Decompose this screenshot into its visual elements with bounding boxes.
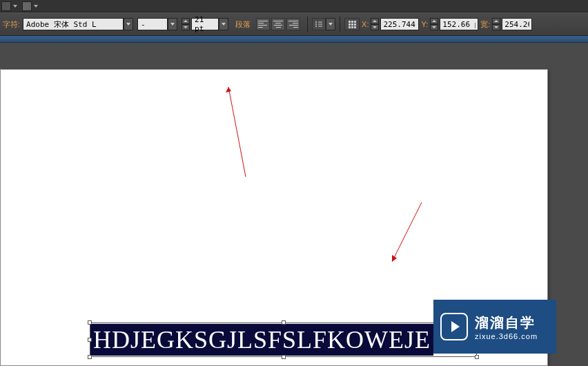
arrange-icon[interactable]	[22, 1, 32, 11]
play-icon	[440, 313, 468, 340]
svg-point-2	[315, 23, 317, 25]
w-down[interactable]	[492, 24, 500, 30]
reference-point-grid[interactable]	[344, 18, 360, 30]
tab-strip	[0, 0, 588, 12]
divider-2	[340, 17, 340, 32]
view-mode-dropdown[interactable]	[12, 1, 18, 11]
svg-point-4	[315, 26, 317, 27]
w-label: 宽:	[480, 19, 490, 30]
paragraph-label[interactable]: 段落	[235, 19, 251, 30]
watermark: 溜溜自学 zixue.3d66.com	[433, 300, 556, 354]
svg-marker-7	[226, 87, 231, 93]
bullets-dropdown[interactable]	[326, 18, 335, 30]
svg-line-6	[228, 87, 246, 177]
svg-point-0	[315, 21, 317, 23]
bullets-icon[interactable]	[312, 18, 326, 30]
w-up[interactable]	[492, 18, 500, 24]
y-spinner[interactable]	[430, 18, 438, 30]
selected-text[interactable]: HDJEGKSGJLSFSLFKOWEJE	[90, 324, 433, 356]
y-down[interactable]	[430, 24, 438, 30]
y-input[interactable]	[440, 18, 478, 30]
watermark-url: zixue.3d66.com	[475, 332, 538, 340]
handle-bottom-right[interactable]	[475, 355, 479, 359]
handle-bottom-middle[interactable]	[282, 355, 286, 359]
watermark-text: 溜溜自学 zixue.3d66.com	[475, 314, 538, 340]
handle-middle-left[interactable]	[88, 338, 92, 342]
y-label: Y:	[421, 20, 428, 28]
font-size-down[interactable]	[182, 24, 190, 30]
watermark-title: 溜溜自学	[475, 314, 538, 332]
font-size-value[interactable]: 21 pt	[191, 18, 219, 30]
text-frame[interactable]: HDJEGKSGJLSFSLFKOWEJE	[90, 322, 477, 357]
x-label: X:	[362, 20, 369, 28]
x-up[interactable]	[371, 18, 379, 24]
font-size-select[interactable]: 21 pt	[191, 18, 228, 30]
document-tab-strip	[0, 36, 588, 43]
character-label[interactable]: 字符:	[3, 19, 20, 30]
w-spinner[interactable]	[492, 18, 500, 30]
view-mode-icon[interactable]	[1, 1, 11, 11]
font-family-select[interactable]: Adobe 宋体 Std L	[23, 18, 133, 30]
font-family-value[interactable]: Adobe 宋体 Std L	[23, 18, 124, 30]
handle-top-middle[interactable]	[282, 320, 286, 325]
font-size-spinner[interactable]	[182, 18, 190, 30]
align-right-button[interactable]	[286, 18, 300, 30]
annotation-arrow-1	[222, 77, 256, 180]
align-left-button[interactable]	[256, 18, 270, 30]
w-input[interactable]	[502, 18, 532, 30]
svg-marker-9	[392, 255, 397, 262]
font-size-up[interactable]	[182, 18, 190, 24]
annotation-arrow-2	[384, 201, 425, 270]
x-spinner[interactable]	[371, 18, 379, 30]
x-input[interactable]	[380, 18, 419, 30]
font-style-dropdown-btn[interactable]	[168, 18, 177, 30]
font-style-value[interactable]: -	[137, 18, 168, 30]
handle-bottom-left[interactable]	[88, 355, 92, 359]
font-size-dropdown-btn[interactable]	[219, 18, 228, 30]
align-center-button[interactable]	[271, 18, 285, 30]
divider	[307, 17, 308, 32]
handle-top-left[interactable]	[88, 320, 92, 325]
y-up[interactable]	[430, 18, 438, 24]
font-family-dropdown-btn[interactable]	[124, 18, 133, 30]
options-bar: 字符: Adobe 宋体 Std L - 21 pt 段落 X: Y: 宽:	[0, 12, 588, 36]
align-group	[256, 18, 300, 30]
arrange-dropdown[interactable]	[33, 1, 39, 11]
font-style-select[interactable]: -	[137, 18, 177, 30]
svg-line-8	[392, 202, 422, 262]
x-down[interactable]	[371, 24, 379, 30]
